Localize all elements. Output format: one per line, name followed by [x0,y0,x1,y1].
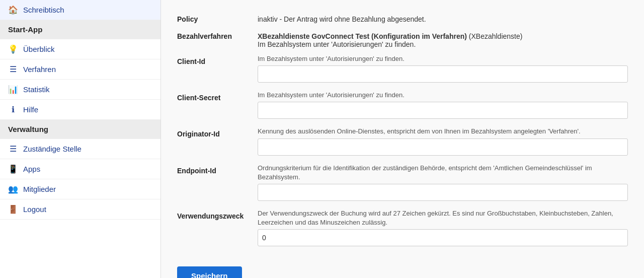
bulb-icon: 💡 [8,44,18,54]
apps-icon: 📱 [8,164,18,174]
verwendungszweck-label: Verwendungszweck [177,209,258,220]
sidebar-section-start-app: Start-App [0,20,160,39]
main-content: Policy inaktiv - Der Antrag wird ohne Be… [161,0,644,278]
sidebar-item-hilfe[interactable]: ℹ Hilfe [0,100,160,120]
save-section: Speichern [177,260,628,278]
sidebar-item-label: Überblick [23,45,55,53]
bezahlverfahren-suffix: (XBezahldienste) [469,32,523,40]
sidebar-item-zustaendige-stelle[interactable]: ☰ Zuständige Stelle [0,139,160,159]
sidebar: 🏠 Schreibtisch Start-App 💡 Überblick ☰ V… [0,0,161,278]
building-icon: ☰ [8,144,18,154]
client-id-row: Client-Id Im Bezahlsystem unter 'Autoris… [177,54,628,89]
logout-icon: 🚪 [8,204,18,214]
originator-id-row: Originator-Id Kennung des auslösenden On… [177,127,628,161]
originator-id-label: Originator-Id [177,127,258,138]
sidebar-item-verfahren[interactable]: ☰ Verfahren [0,59,160,80]
endpoint-id-input[interactable] [258,184,628,201]
originator-id-hint: Kennung des auslösenden Online-Dienstes,… [258,127,628,136]
sidebar-section-verwaltung: Verwaltung [0,120,160,139]
sidebar-item-label: Apps [23,165,40,173]
sidebar-item-label: Hilfe [23,105,38,114]
sidebar-item-label: Mitglieder [23,185,56,193]
client-id-label: Client-Id [177,54,258,65]
client-secret-input[interactable] [258,102,628,119]
endpoint-id-row: Endpoint-Id Ordnungskriterium für die Id… [177,164,628,207]
bezahlverfahren-strong: XBezahldienste GovConnect Test (Konfigur… [258,32,467,40]
sidebar-section-label: Verwaltung [8,125,48,133]
sidebar-item-schreibtisch[interactable]: 🏠 Schreibtisch [0,0,160,20]
endpoint-id-label: Endpoint-Id [177,164,258,175]
originator-id-input[interactable] [258,138,628,156]
client-id-input[interactable] [258,65,628,83]
verwendungszweck-row: Verwendungszweck Der Verwendungszweck de… [177,209,628,252]
bezahlverfahren-label: Bezahlverfahren [177,29,258,40]
users-icon: 👥 [8,184,18,194]
client-id-hint: Im Bezahlsystem unter 'Autorisierungen' … [258,54,628,63]
endpoint-id-hint: Ordnungskriterium für die Identifikation… [258,164,628,182]
sidebar-section-label: Start-App [8,25,42,34]
sidebar-item-label: Statistik [23,85,50,94]
home-icon: 🏠 [8,5,18,15]
sidebar-item-statistik[interactable]: 📊 Statistik [0,80,160,100]
client-secret-label: Client-Secret [177,91,258,102]
sidebar-item-label: Logout [23,205,46,214]
info-icon: ℹ [8,105,18,114]
sidebar-item-mitglieder[interactable]: 👥 Mitglieder [0,179,160,199]
policy-label: Policy [177,12,258,23]
sidebar-item-label: Schreibtisch [23,6,64,14]
bezahlverfahren-row: Bezahlverfahren XBezahldienste GovConnec… [177,29,628,48]
sidebar-item-label: Verfahren [23,65,56,74]
client-secret-row: Client-Secret Im Bezahlsystem unter 'Aut… [177,91,628,125]
bezahlverfahren-hint: Im Bezahlsystem unter 'Autorisierungen' … [258,40,416,48]
client-secret-hint: Im Bezahlsystem unter 'Autorisierungen' … [258,91,628,100]
save-button[interactable]: Speichern [177,266,242,278]
verwendungszweck-input[interactable] [258,229,628,246]
sidebar-item-apps[interactable]: 📱 Apps [0,159,160,179]
sidebar-item-label: Zuständige Stelle [23,145,82,153]
policy-value: inaktiv - Der Antrag wird ohne Bezahlung… [258,12,628,23]
policy-row: Policy inaktiv - Der Antrag wird ohne Be… [177,12,628,23]
verwendungszweck-hint: Der Verwendungszweck der Buchung wird au… [258,209,628,227]
sidebar-item-ueberblick[interactable]: 💡 Überblick [0,39,160,59]
bezahlverfahren-value: XBezahldienste GovConnect Test (Konfigur… [258,29,628,48]
sidebar-item-logout[interactable]: 🚪 Logout [0,199,160,220]
list-icon: ☰ [8,64,18,74]
chart-icon: 📊 [8,85,18,94]
